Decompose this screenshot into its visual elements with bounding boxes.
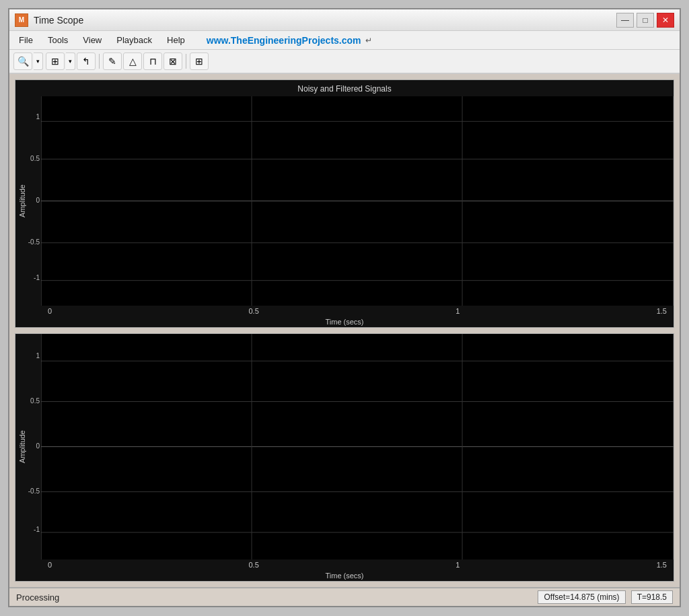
status-bar: Processing Offset=14.875 (mins) T=918.5 [9, 587, 680, 606]
status-offset: Offset=14.875 (mins) [538, 590, 625, 604]
plot2-x-axis-area: 0 0.5 1 1.5 Time (secs) [15, 559, 674, 581]
minimize-button[interactable]: — [616, 13, 634, 28]
toolbar: 🔍 ▾ ⊞ ▾ ↰ ✎ △ ⊓ ⊠ ⊞ [9, 50, 680, 74]
plots-area: Noisy and Filtered Signals 1 0.5 0 -0.5 … [9, 74, 680, 587]
signal3-button[interactable]: ⊠ [164, 53, 182, 70]
plot2-inner: 1 0.5 0 -0.5 -1 Amplitude [15, 334, 674, 559]
zoom-fit-button[interactable]: ⊞ [46, 53, 65, 70]
plot1-y-tick-2: 0.5 [30, 155, 40, 162]
zoom-in-dropdown[interactable]: ▾ [34, 53, 43, 70]
plot2-y-tick-4: -0.5 [28, 487, 40, 495]
plot2-y-tick-1: 1 [36, 352, 40, 360]
close-button[interactable]: ✕ [657, 13, 674, 28]
undo-zoom-button[interactable]: ↰ [77, 53, 96, 70]
status-processing: Processing [16, 592, 59, 603]
menu-bar: File Tools View Playback Help www.TheEng… [9, 31, 680, 50]
zoom-fit-dropdown[interactable]: ▾ [66, 53, 75, 70]
zoom-in-button[interactable]: 🔍 [13, 53, 32, 70]
plot1-x-axis-area: 0 0.5 1 1.5 Time (secs) [15, 306, 674, 327]
plot2-y-tick-5: -1 [34, 526, 40, 533]
window-controls: — □ ✕ [616, 13, 674, 28]
plot2-y-label: Amplitude [18, 430, 26, 463]
menu-view[interactable]: View [76, 34, 108, 46]
menu-playback[interactable]: Playback [110, 34, 159, 46]
plot-2: 1 0.5 0 -0.5 -1 Amplitude [15, 333, 674, 582]
plot1-y-tick-3: 0 [36, 197, 40, 204]
plot-1: Noisy and Filtered Signals 1 0.5 0 -0.5 … [15, 79, 674, 328]
plot2-canvas [41, 334, 674, 559]
plot1-x-tick-0: 0 [48, 307, 52, 315]
plot2-x-tick-0: 0 [48, 561, 52, 569]
layout-button[interactable]: ⊞ [190, 53, 209, 70]
plot2-x-tick-2: 1 [456, 561, 460, 569]
plot1-y-axis: 1 0.5 0 -0.5 -1 Amplitude [15, 96, 41, 306]
plot1-canvas [41, 96, 674, 306]
plot2-y-tick-3: 0 [36, 442, 40, 450]
signal2-button[interactable]: ⊓ [143, 53, 162, 70]
app-icon: M [15, 13, 28, 27]
plot2-x-tick-1: 0.5 [249, 561, 259, 569]
plot1-x-tick-1: 0.5 [249, 307, 259, 315]
title-bar: M Time Scope — □ ✕ [9, 9, 680, 31]
plot1-x-tick-2: 1 [456, 307, 460, 315]
menu-help[interactable]: Help [160, 34, 192, 46]
plot1-y-tick-4: -0.5 [28, 238, 40, 246]
status-right: Offset=14.875 (mins) T=918.5 [538, 590, 673, 604]
edit-button[interactable]: ✎ [103, 53, 122, 70]
website-url: www.TheEngineeringProjects.com [207, 35, 361, 46]
plot2-y-axis: 1 0.5 0 -0.5 -1 Amplitude [15, 334, 41, 559]
plot1-y-label: Amplitude [18, 184, 26, 217]
plot2-x-tick-3: 1.5 [657, 561, 667, 569]
plot1-y-tick-5: -1 [34, 274, 40, 281]
toolbar-separator-1 [99, 54, 100, 69]
plot2-x-label: Time (secs) [15, 570, 674, 581]
plot1-title: Noisy and Filtered Signals [295, 81, 394, 96]
menu-tools[interactable]: Tools [41, 34, 75, 46]
maximize-button[interactable]: □ [637, 13, 654, 28]
plot1-signal-canvas [41, 96, 674, 306]
plot1-inner: 1 0.5 0 -0.5 -1 Amplitude [15, 96, 674, 306]
signal1-button[interactable]: △ [123, 53, 142, 70]
toolbar-separator-2 [186, 54, 186, 69]
plot1-y-tick-1: 1 [36, 113, 40, 121]
plot2-y-tick-2: 0.5 [30, 397, 40, 405]
plot2-signal-canvas [41, 334, 674, 559]
plot1-x-tick-3: 1.5 [657, 307, 667, 315]
main-window: M Time Scope — □ ✕ File Tools View Playb… [8, 8, 681, 607]
status-time: T=918.5 [631, 590, 673, 604]
plot1-x-label: Time (secs) [15, 316, 674, 327]
menu-arrow-icon: ↵ [365, 36, 372, 45]
menu-file[interactable]: File [12, 34, 40, 46]
window-title: Time Scope [34, 15, 83, 26]
